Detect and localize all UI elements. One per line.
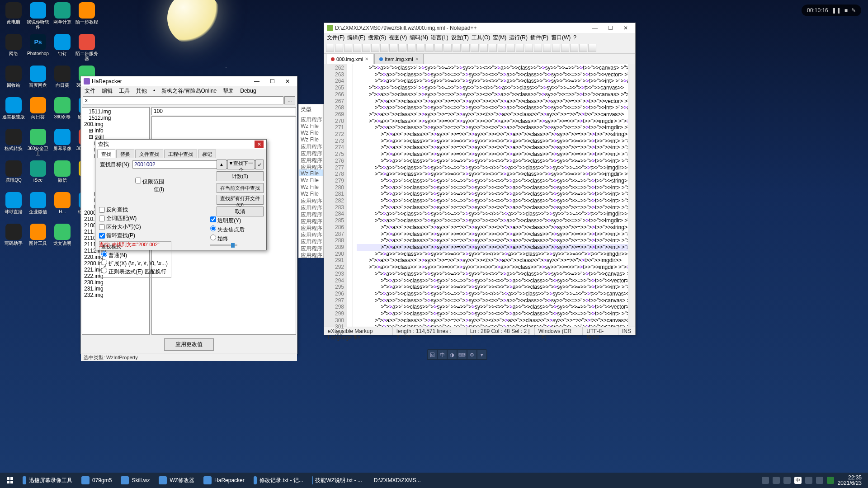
toolbar-button[interactable] bbox=[335, 44, 343, 52]
desktop-icon[interactable]: 腾讯QQ bbox=[2, 160, 25, 191]
address-input[interactable] bbox=[83, 96, 283, 104]
desktop-icon[interactable]: 向日葵 bbox=[27, 97, 49, 128]
find-tab[interactable]: 文件查找 bbox=[135, 150, 163, 158]
desktop-icon[interactable]: 写码助手 bbox=[2, 224, 25, 254]
menu-item[interactable]: 工具 bbox=[119, 87, 130, 95]
menu-item[interactable]: 编辑 bbox=[102, 87, 113, 95]
find-option-checkbox[interactable]: 全词匹配(W) bbox=[99, 215, 171, 222]
tree-node[interactable]: ⊞ info bbox=[83, 127, 148, 134]
cancel-button[interactable]: 取消 bbox=[217, 206, 264, 216]
editor-tab[interactable]: Item.img.xml✕ bbox=[374, 54, 423, 64]
find-tab[interactable]: 标记 bbox=[198, 150, 216, 158]
fold-margin[interactable] bbox=[347, 64, 353, 327]
tree-node[interactable]: 232.img bbox=[83, 292, 148, 298]
toolbar-button[interactable] bbox=[525, 44, 533, 52]
toolbar-button[interactable] bbox=[425, 44, 434, 52]
menu-item[interactable]: 文件 bbox=[85, 87, 95, 95]
toolbar-button[interactable] bbox=[407, 44, 415, 52]
desktop-icon[interactable]: 图片工具 bbox=[27, 224, 49, 254]
toolbar-button[interactable] bbox=[570, 44, 578, 52]
toolbar-button[interactable] bbox=[471, 44, 479, 52]
close-button[interactable]: ✕ bbox=[619, 24, 632, 32]
pause-icon[interactable]: ❚❚ bbox=[832, 7, 841, 14]
taskbar-task[interactable]: 修改记录.txt - 记... bbox=[249, 474, 308, 487]
desktop-icon[interactable]: 企业微信 bbox=[27, 192, 49, 223]
find-tab[interactable]: 替换 bbox=[116, 150, 134, 158]
taskbar-task[interactable]: D:\ZXMXD\ZXMS... bbox=[367, 474, 425, 487]
find-close-button[interactable]: ✕ bbox=[255, 141, 264, 148]
tree-node[interactable]: 1511.img bbox=[83, 108, 148, 115]
lang-item[interactable]: ▾ bbox=[477, 350, 486, 359]
desktop-icon[interactable]: 钉钉 bbox=[51, 34, 74, 65]
find-titlebar[interactable]: 查找 ✕ bbox=[95, 140, 266, 149]
maximize-button[interactable]: ☐ bbox=[265, 77, 279, 85]
desktop-icon[interactable]: iSee bbox=[27, 160, 49, 191]
toolbar-button[interactable] bbox=[453, 44, 461, 52]
desktop-icon[interactable]: 陌一步教程 bbox=[75, 2, 98, 33]
toolbar-button[interactable] bbox=[362, 44, 370, 52]
toolbar-button[interactable] bbox=[480, 44, 488, 52]
menu-item[interactable]: 设置(T) bbox=[451, 34, 469, 42]
toolbar-button[interactable] bbox=[344, 44, 352, 52]
menu-item[interactable]: 搜索(S) bbox=[368, 34, 386, 42]
maximize-button[interactable]: ☐ bbox=[604, 24, 617, 32]
range-checkbox[interactable]: 仅限范围值(I) bbox=[132, 178, 164, 193]
taskbar-task[interactable]: 079gm5 bbox=[77, 474, 116, 487]
desktop-icon[interactable]: 360杀毒 bbox=[51, 97, 74, 128]
npp-editor[interactable]: 2622632642652662672682692702712722732742… bbox=[324, 64, 635, 327]
desktop-icon[interactable]: 网单计算 bbox=[51, 2, 74, 33]
find-tab[interactable]: 工程中查找 bbox=[164, 150, 197, 158]
transparency-slider[interactable] bbox=[210, 244, 237, 246]
toolbar-button[interactable] bbox=[534, 44, 542, 52]
tray-icon[interactable] bbox=[783, 477, 791, 484]
taskbar-task[interactable]: WZ修改器 bbox=[154, 474, 199, 487]
toolbar-button[interactable] bbox=[588, 44, 596, 52]
edit-icon[interactable]: ✎ bbox=[851, 7, 856, 14]
desktop-icon[interactable]: 向日葵 bbox=[51, 66, 74, 96]
tray-network-icon[interactable] bbox=[805, 477, 812, 484]
menu-item[interactable]: 宏(M) bbox=[493, 34, 506, 42]
taskbar-task[interactable]: Skill.wz bbox=[116, 474, 154, 487]
menu-item[interactable]: ? bbox=[573, 34, 576, 41]
minimize-button[interactable]: — bbox=[250, 77, 264, 85]
taskbar-task[interactable]: 技能WZ说明.txt - ... bbox=[308, 474, 367, 487]
count-button[interactable]: 计数(T) bbox=[217, 171, 264, 181]
toolbar-button[interactable] bbox=[462, 44, 470, 52]
desktop-icon[interactable]: 微信 bbox=[51, 160, 74, 191]
toolbar-button[interactable] bbox=[489, 44, 497, 52]
menu-item[interactable]: 文件(F) bbox=[327, 34, 344, 42]
harepacker-titlebar[interactable]: HaRepacker — ☐ ✕ bbox=[81, 76, 297, 86]
lang-item[interactable]: ⚙ bbox=[467, 350, 476, 359]
taskbar-task[interactable]: 迅捷屏幕录像工具 bbox=[18, 474, 77, 487]
desktop-icon[interactable]: 网络 bbox=[2, 34, 25, 65]
find-prev-button[interactable]: ▲ bbox=[217, 160, 226, 169]
toolbar-button[interactable] bbox=[579, 44, 587, 52]
tray-icon[interactable] bbox=[762, 477, 769, 484]
tab-close-icon[interactable]: ✕ bbox=[415, 56, 419, 61]
toolbar-button[interactable] bbox=[389, 44, 397, 52]
menu-item[interactable]: 其他 bbox=[136, 87, 147, 95]
tree-node[interactable]: 1512.img bbox=[83, 115, 148, 121]
apply-changes-button[interactable]: 应用更改值 bbox=[164, 338, 214, 351]
menu-item[interactable]: 窗口(W) bbox=[551, 34, 571, 42]
tray-icon[interactable] bbox=[773, 477, 780, 484]
stop-icon[interactable]: ■ bbox=[844, 7, 848, 14]
minimize-button[interactable]: — bbox=[588, 24, 602, 32]
desktop-icon[interactable]: 我说你听软件 bbox=[27, 2, 49, 33]
taskbar-task[interactable]: HaRepacker bbox=[199, 474, 249, 487]
toolbar-button[interactable] bbox=[434, 44, 443, 52]
language-bar[interactable]: 回 中 ◑ ⌨ ⚙ ▾ bbox=[427, 349, 487, 360]
toolbar-button[interactable] bbox=[507, 44, 515, 52]
editor-tab[interactable]: 000.img.xml✕ bbox=[326, 54, 373, 64]
desktop-icon[interactable]: 百度网盘 bbox=[27, 66, 49, 96]
desktop-icon[interactable]: H... bbox=[51, 192, 74, 223]
find-tab[interactable]: 查找 bbox=[97, 150, 115, 158]
desktop-icon[interactable]: 360安全卫士 bbox=[27, 129, 49, 160]
find-option-checkbox[interactable]: 反向查找 bbox=[99, 206, 171, 214]
find-option-checkbox[interactable]: 区分大小写(C) bbox=[99, 223, 171, 231]
desktop-icon[interactable]: 龙文说明 bbox=[51, 224, 74, 254]
desktop-icon[interactable]: 球球直播 bbox=[2, 192, 25, 223]
npp-titlebar[interactable]: D:\ZXMXD\ZXMS079\wz\Skill.wz\000.img.xml… bbox=[324, 23, 635, 33]
vertical-scrollbar[interactable] bbox=[628, 64, 635, 327]
search-mode-radio[interactable]: 正则表达式(E) 匹配换行 bbox=[101, 267, 169, 276]
